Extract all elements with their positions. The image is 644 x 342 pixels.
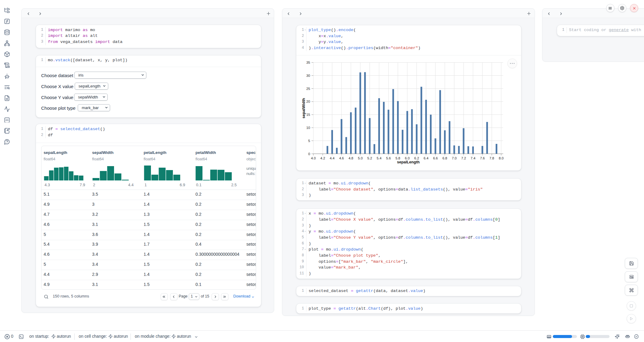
svg-text:5: 5	[308, 139, 310, 143]
svg-text:7.2: 7.2	[461, 156, 466, 160]
svg-text:5.0: 5.0	[358, 156, 363, 160]
svg-text:4.2: 4.2	[320, 156, 325, 160]
svg-text:7.0: 7.0	[452, 156, 457, 160]
svg-text:4.0: 4.0	[311, 156, 316, 160]
svg-text:5.2: 5.2	[367, 156, 372, 160]
svg-text:6.2: 6.2	[414, 156, 419, 160]
svg-text:7.6: 7.6	[480, 156, 485, 160]
svg-text:sepalLength: sepalLength	[397, 160, 420, 164]
svg-text:6.0: 6.0	[405, 156, 410, 160]
svg-text:5.6: 5.6	[386, 156, 391, 160]
svg-text:35: 35	[306, 61, 310, 64]
svg-text:10: 10	[306, 126, 310, 130]
svg-text:4.6: 4.6	[339, 156, 344, 160]
svg-text:25: 25	[306, 87, 310, 91]
svg-text:5.8: 5.8	[395, 156, 400, 160]
svg-text:4.8: 4.8	[349, 156, 353, 160]
svg-text:8.0: 8.0	[499, 156, 504, 160]
svg-text:6.6: 6.6	[433, 156, 438, 160]
svg-text:0: 0	[308, 152, 310, 156]
svg-text:4.4: 4.4	[330, 156, 335, 160]
svg-text:20: 20	[306, 100, 310, 103]
svg-text:7.8: 7.8	[489, 156, 494, 160]
svg-text:5.4: 5.4	[377, 156, 381, 160]
svg-text:sepalWidth: sepalWidth	[302, 98, 306, 118]
svg-text:7.4: 7.4	[470, 156, 475, 160]
svg-text:30: 30	[306, 74, 310, 77]
svg-text:15: 15	[306, 113, 310, 116]
svg-text:6.4: 6.4	[424, 156, 428, 160]
svg-text:6.8: 6.8	[442, 156, 447, 160]
